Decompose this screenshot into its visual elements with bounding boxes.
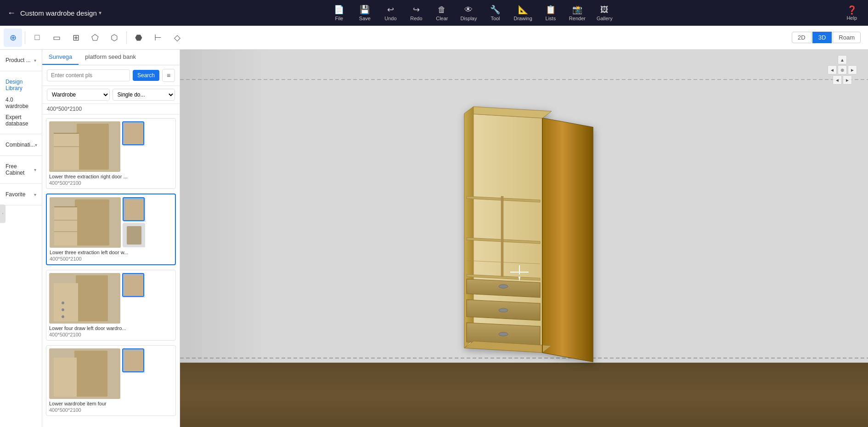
- product-thumb-col-3: [122, 273, 144, 324]
- search-button[interactable]: Search: [133, 70, 159, 81]
- gallery-btn[interactable]: 🖼 Gallery: [592, 3, 617, 23]
- nav-prev[interactable]: ◄: [833, 75, 842, 85]
- clear-label: Clear: [436, 16, 448, 21]
- toolbar-separator-2: [126, 31, 127, 44]
- type-dropdown[interactable]: Wardrobe: [47, 89, 110, 101]
- display-btn[interactable]: 👁 Display: [456, 3, 481, 23]
- collapse-handle[interactable]: ‹: [0, 205, 6, 223]
- view-toggle: 2D 3D Roam: [792, 32, 861, 43]
- fill-tool[interactable]: ⬣: [130, 28, 148, 47]
- svg-point-21: [62, 308, 64, 311]
- product-tab[interactable]: Product ... ▾: [4, 54, 38, 66]
- svg-rect-6: [125, 124, 143, 144]
- view-roam-btn[interactable]: Roam: [833, 32, 861, 43]
- nav-center[interactable]: ⊕: [838, 65, 847, 74]
- product-thumb-2b[interactable]: [123, 223, 145, 247]
- viewport[interactable]: ▲ ◄ ⊕ ► ◄ ►: [180, 50, 868, 427]
- product-thumb-active-3[interactable]: [122, 273, 144, 297]
- cube-tool[interactable]: ⬡: [105, 28, 124, 47]
- view-2d-btn[interactable]: 2D: [792, 32, 812, 43]
- drawing-icon: 📐: [518, 5, 528, 15]
- combinati-tab[interactable]: Combinati... ▾: [4, 139, 38, 151]
- wardrobe-40-item[interactable]: 4.0 wardrobe: [4, 94, 38, 112]
- erase-tool[interactable]: ◇: [168, 28, 186, 47]
- free-cabinet-tab[interactable]: Free Cabinet ▾: [4, 160, 38, 179]
- svg-point-45: [499, 308, 508, 312]
- app-title-text: Custom wardrobe design: [20, 9, 97, 17]
- favorite-label: Favorite: [6, 191, 25, 198]
- svg-rect-1: [77, 124, 109, 170]
- svg-rect-16: [127, 226, 141, 245]
- redo-btn[interactable]: ↪ Redo: [404, 3, 428, 23]
- pointer-tool[interactable]: ⊕: [4, 28, 22, 47]
- tab-sunvega[interactable]: Sunvega: [42, 50, 79, 65]
- product-thumb-col-2: [123, 197, 145, 248]
- main-content: Product ... ▾ Design Library 4.0 wardrob…: [0, 50, 868, 427]
- display-label: Display: [460, 16, 477, 21]
- expert-database-item[interactable]: Expert database: [4, 112, 38, 129]
- svg-rect-14: [125, 200, 144, 220]
- view-3d-btn[interactable]: 3D: [812, 32, 832, 43]
- product-name-3: Lower four draw left door wardro...: [49, 325, 173, 331]
- clear-icon: 🗑: [438, 5, 446, 15]
- combinati-label: Combinati...: [6, 142, 35, 148]
- svg-rect-9: [54, 206, 77, 245]
- style-dropdown[interactable]: Single do...: [113, 89, 175, 101]
- measure-tool[interactable]: ⊢: [149, 28, 167, 47]
- favorite-tab[interactable]: Favorite ▾: [4, 188, 38, 200]
- render-label: Render: [569, 16, 586, 21]
- search-input[interactable]: [47, 69, 130, 81]
- size-label: 400*500*2100: [42, 104, 180, 114]
- product-thumb-active-2[interactable]: [123, 197, 145, 221]
- tool-btn[interactable]: 🔧 Tool: [483, 3, 507, 23]
- product-card-4[interactable]: ☆: [46, 345, 176, 416]
- product-card-1[interactable]: ☆: [46, 118, 176, 189]
- product-name-4: Lower wardrobe item four: [49, 401, 173, 406]
- dropdowns-row: Wardrobe Single do...: [42, 86, 180, 104]
- svg-marker-33: [542, 118, 593, 362]
- product-thumb-active-4[interactable]: [122, 348, 144, 372]
- save-label: Save: [359, 16, 371, 21]
- nav-arrows: ▲ ◄ ⊕ ► ◄ ►: [828, 55, 857, 85]
- design-library-link[interactable]: Design Library: [4, 76, 38, 94]
- gallery-label: Gallery: [597, 16, 613, 21]
- product-thumb-col-1: [122, 121, 144, 172]
- product-images-4: [49, 348, 173, 399]
- clear-btn[interactable]: 🗑 Clear: [430, 3, 454, 23]
- favorite-section: Favorite ▾: [0, 184, 42, 205]
- svg-rect-8: [75, 199, 109, 245]
- product-images-1: [49, 121, 173, 172]
- product-card-3[interactable]: ☆: [46, 270, 176, 341]
- rectangle-tool[interactable]: □: [28, 28, 46, 47]
- product-card-2[interactable]: ☆: [46, 194, 176, 265]
- undo-btn[interactable]: ↩ Undo: [378, 3, 402, 23]
- file-btn[interactable]: 📄 File: [327, 3, 351, 23]
- nav-up[interactable]: ▲: [838, 55, 847, 64]
- nav-right[interactable]: ►: [848, 65, 857, 74]
- save-icon: 💾: [360, 5, 370, 15]
- free-cabinet-chevron: ▾: [34, 167, 36, 172]
- help-button[interactable]: ❓ Help: [843, 3, 861, 23]
- lists-btn[interactable]: 📋 Lists: [539, 3, 563, 23]
- back-button[interactable]: ←: [7, 8, 16, 18]
- svg-point-20: [62, 302, 64, 304]
- main-toolbar: 📄 File 💾 Save ↩ Undo ↪ Redo 🗑 Clear 👁 Di…: [101, 3, 843, 23]
- save-btn[interactable]: 💾 Save: [353, 3, 377, 23]
- tab-platform[interactable]: platform seed bank: [79, 50, 142, 65]
- nav-left[interactable]: ◄: [828, 65, 837, 74]
- product-name-2: Lower three extraction left door w...: [50, 250, 172, 255]
- nav-next[interactable]: ►: [843, 75, 852, 85]
- polygon-tool[interactable]: ⬠: [86, 28, 104, 47]
- product-thumb-active-1[interactable]: [122, 121, 144, 145]
- drawing-btn[interactable]: 📐 Drawing: [509, 3, 536, 23]
- square-tool[interactable]: ▭: [47, 28, 66, 47]
- nav-row-mid: ◄ ⊕ ►: [828, 65, 857, 74]
- filter-button[interactable]: ≡: [162, 69, 175, 82]
- gallery-icon: 🖼: [600, 5, 609, 15]
- svg-point-43: [499, 285, 508, 288]
- render-btn[interactable]: 📸 Render: [564, 3, 590, 23]
- mirror-tool[interactable]: ⊞: [67, 28, 85, 47]
- room-left-wall: [180, 50, 272, 363]
- product-list: ☆: [42, 114, 180, 427]
- svg-rect-3: [54, 133, 79, 134]
